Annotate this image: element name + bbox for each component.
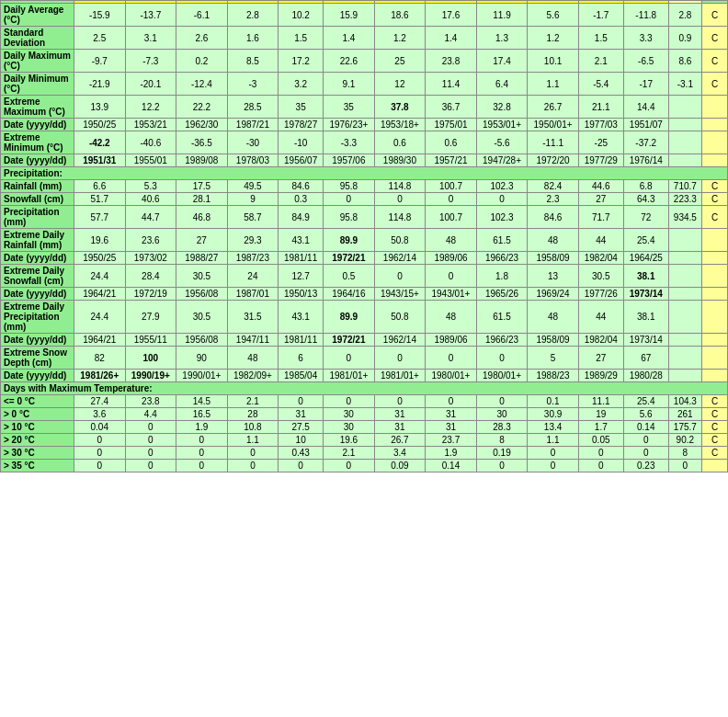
cell-value: 2.6: [176, 27, 228, 50]
cell-value: 9.1: [324, 73, 375, 96]
cell-value: 100: [125, 347, 176, 370]
cell-value: 1958/09: [528, 334, 579, 347]
cell-value: [702, 154, 728, 167]
cell-value: 0.04: [74, 421, 126, 434]
cell-value: 1953/21: [125, 119, 176, 131]
cell-value: C: [702, 193, 728, 206]
cell-value: 0: [374, 193, 426, 206]
cell-value: 1956/08: [176, 334, 228, 347]
row-label: > 30 °C: [1, 447, 74, 460]
cell-value: C: [702, 395, 728, 408]
cell-value: 8: [668, 447, 701, 460]
cell-value: 90: [176, 347, 228, 370]
cell-value: 0: [528, 447, 579, 460]
cell-value: 1973/14: [623, 288, 668, 301]
cell-value: 0.3: [279, 193, 324, 206]
cell-value: 17.2: [279, 50, 324, 73]
cell-value: 1953/01+: [476, 119, 528, 131]
cell-value: 1947/11: [227, 334, 279, 347]
cell-value: 89.9: [324, 229, 375, 252]
cell-value: 0: [125, 447, 176, 460]
cell-value: -5.6: [476, 131, 528, 154]
table-row: Extreme Daily Precipitation (mm)24.427.9…: [1, 301, 728, 334]
cell-value: C: [702, 206, 728, 229]
cell-value: 4.4: [125, 408, 176, 421]
cell-value: 1982/04: [578, 252, 623, 265]
cell-value: 40.6: [125, 193, 176, 206]
cell-value: 0: [74, 447, 126, 460]
row-label: Date (yyyy/dd): [1, 252, 74, 265]
cell-value: 1958/09: [528, 252, 579, 265]
cell-value: 1965/26: [476, 288, 528, 301]
table-row: Snowfall (cm)51.740.628.190.300002.32764…: [1, 193, 728, 206]
cell-value: 100.7: [426, 180, 477, 193]
cell-value: [668, 347, 701, 370]
cell-value: 0: [125, 434, 176, 447]
cell-value: -3: [227, 73, 279, 96]
cell-value: -11.1: [528, 131, 579, 154]
cell-value: 10: [279, 434, 324, 447]
table-row: Date (yyyy/dd)1950/251953/211962/301987/…: [1, 119, 728, 131]
cell-value: 89.9: [324, 301, 375, 334]
cell-value: 0: [426, 265, 477, 288]
table-row: Date (yyyy/dd)1964/211972/191956/081987/…: [1, 288, 728, 301]
cell-value: 1973/14: [623, 334, 668, 347]
cell-value: 61.5: [476, 301, 528, 334]
cell-value: 0.9: [668, 27, 701, 50]
cell-value: 104.3: [668, 395, 701, 408]
cell-value: 0.05: [578, 434, 623, 447]
cell-value: 82: [74, 347, 126, 370]
cell-value: 0: [578, 460, 623, 472]
cell-value: [702, 265, 728, 288]
cell-value: 0.5: [324, 265, 375, 288]
cell-value: 0: [324, 347, 375, 370]
cell-value: 19.6: [324, 434, 375, 447]
cell-value: 1981/26+: [74, 370, 126, 382]
row-label: Date (yyyy/dd): [1, 334, 74, 347]
cell-value: [702, 229, 728, 252]
climate-table: Daily Average (°C)-15.9-13.7-6.12.810.21…: [0, 0, 728, 472]
cell-value: C: [702, 50, 728, 73]
cell-value: 0: [279, 395, 324, 408]
cell-value: 48: [426, 301, 477, 334]
cell-value: 0: [426, 347, 477, 370]
cell-value: [668, 301, 701, 334]
cell-value: 35: [324, 96, 375, 119]
cell-value: 21.1: [578, 96, 623, 119]
cell-value: -7.3: [125, 50, 176, 73]
table-row: Date (yyyy/dd)1964/211955/111956/081947/…: [1, 334, 728, 347]
table-body: Daily Average (°C)-15.9-13.7-6.12.810.21…: [1, 4, 728, 472]
cell-value: 102.3: [476, 180, 528, 193]
cell-value: 44: [578, 301, 623, 334]
cell-value: 37.8: [374, 96, 426, 119]
cell-value: 95.8: [324, 206, 375, 229]
cell-value: 0: [176, 434, 228, 447]
cell-value: [702, 252, 728, 265]
table-row: Standard Deviation2.53.12.61.61.51.41.21…: [1, 27, 728, 50]
cell-value: 24: [227, 265, 279, 288]
cell-value: 0: [623, 447, 668, 460]
cell-value: 1989/29: [578, 370, 623, 382]
row-label: Extreme Daily Rainfall (mm): [1, 229, 74, 252]
cell-value: 15.9: [324, 4, 375, 27]
row-label: Rainfall (mm): [1, 180, 74, 193]
cell-value: -6.5: [623, 50, 668, 73]
cell-value: 0: [74, 460, 126, 472]
cell-value: 2.1: [578, 50, 623, 73]
cell-value: -30: [227, 131, 279, 154]
cell-value: -1.7: [578, 4, 623, 27]
table-row: Extreme Snow Depth (cm)82100904860000527…: [1, 347, 728, 370]
cell-value: 1953/18+: [374, 119, 426, 131]
cell-value: 30.9: [528, 408, 579, 421]
cell-value: 28: [227, 408, 279, 421]
cell-value: C: [702, 180, 728, 193]
cell-value: 31.5: [227, 301, 279, 334]
cell-value: 0: [476, 193, 528, 206]
cell-value: 0.6: [374, 131, 426, 154]
cell-value: 1987/01: [227, 288, 279, 301]
cell-value: 0.14: [426, 460, 477, 472]
cell-value: [668, 154, 701, 167]
cell-value: 1989/30: [374, 154, 426, 167]
cell-value: 1981/11: [279, 334, 324, 347]
cell-value: 12.2: [125, 96, 176, 119]
